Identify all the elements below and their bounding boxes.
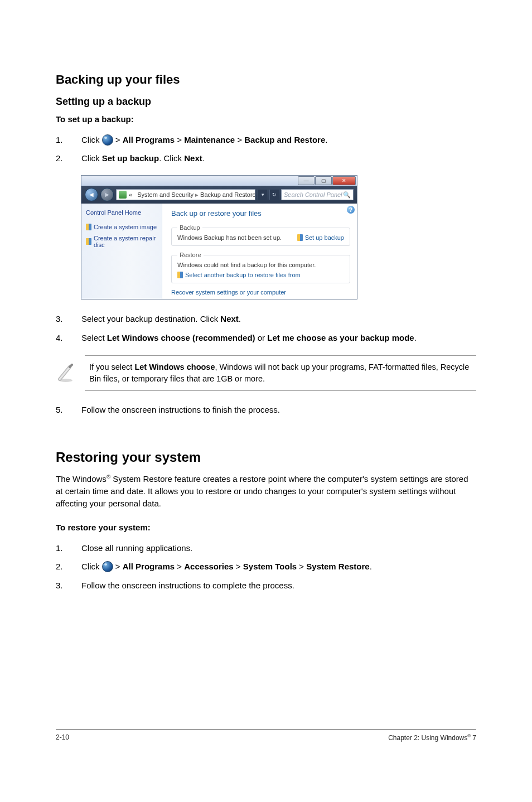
step-number: 4. [56,331,81,344]
control-panel-icon [119,191,127,199]
main-pane: ? Back up or restore your files Backup W… [162,204,357,299]
backup-restore-window: — ▢ ✕ ◄ ► « System and Security ▸ Backup… [81,176,357,299]
restore-legend: Restore [177,252,204,258]
chapter-label: Chapter 2: Using Windows® 7 [388,733,476,742]
close-button[interactable]: ✕ [332,176,356,185]
step-number: 1. [56,133,81,146]
restore-intro: The Windows® System Restore feature crea… [56,473,476,509]
backup-group: Backup Windows Backup has not been set u… [171,224,350,246]
backup-legend: Backup [177,224,202,231]
start-menu-icon [102,561,113,572]
step-number: 1. [56,542,81,554]
step-body: Close all running applications. [81,542,476,554]
backup-steps-list-cont2: 5. Follow the onscreen instructions to f… [56,403,476,416]
step-body: Click > All Programs > Maintenance > Bac… [81,133,476,146]
note-icon [56,355,76,391]
step-body: Select your backup destination. Click Ne… [81,312,476,325]
step-body: Follow the onscreen instructions to comp… [81,579,476,592]
shield-icon [177,272,183,278]
search-placeholder: Search Control Panel [284,191,342,198]
restore-status-text: Windows could not find a backup for this… [177,262,344,268]
heading-restoring: Restoring your system [56,450,476,465]
backup-steps-list: 1. Click > All Programs > Maintenance > … [56,133,476,165]
set-up-backup-link[interactable]: Set up backup [297,234,344,241]
note-text: If you select Let Windows choose, Window… [85,355,476,391]
shield-icon [297,234,303,241]
maximize-button[interactable]: ▢ [315,176,332,185]
restore-group: Restore Windows could not find a backup … [171,252,350,283]
breadcrumb-item[interactable]: Backup and Restore [200,191,255,198]
heading-backing-up: Backing up your files [56,73,476,87]
breadcrumb-item[interactable]: System and Security [137,191,194,198]
heading-setting-up: Setting up a backup [56,96,476,108]
breadcrumb-prefix: « [129,191,132,198]
shield-icon [86,238,91,245]
refresh-button[interactable]: ↻ [269,190,279,200]
nav-back-button[interactable]: ◄ [85,188,98,201]
address-bar[interactable]: « System and Security ▸ Backup and Resto… [116,189,255,200]
step-number: 2. [56,152,81,165]
search-input[interactable]: Search Control Panel 🔍 [281,189,354,200]
help-icon[interactable]: ? [347,206,355,214]
control-panel-home-link[interactable]: Control Panel Home [86,209,157,216]
window-titlebar: — ▢ ✕ [81,176,357,186]
select-another-backup-link[interactable]: Select another backup to restore files f… [177,272,344,278]
create-system-image-link[interactable]: Create a system image [86,224,157,230]
minimize-button[interactable]: — [298,176,315,185]
shield-icon [86,224,91,230]
navigation-bar: ◄ ► « System and Security ▸ Backup and R… [81,186,357,204]
side-panel: Control Panel Home Create a system image… [81,204,162,299]
step-body: Select Let Windows choose (recommended) … [81,331,476,344]
step-body: Follow the onscreen instructions to fini… [81,403,476,416]
heading-to-restore: To restore your system: [56,521,476,534]
page-footer: 2-10 Chapter 2: Using Windows® 7 [56,729,476,742]
create-repair-disc-link[interactable]: Create a system repair disc [86,235,157,248]
search-icon[interactable]: 🔍 [343,191,351,199]
step-number: 2. [56,560,81,573]
note-block: If you select Let Windows choose, Window… [56,355,476,391]
page-number: 2-10 [56,733,69,742]
restore-steps-list: 1. Close all running applications. 2. Cl… [56,542,476,592]
backup-status-text: Windows Backup has not been set up. [177,234,282,241]
nav-forward-button[interactable]: ► [100,188,114,201]
step-body: Click Set up backup. Click Next. [81,152,476,165]
backup-steps-list-cont: 3. Select your backup destination. Click… [56,312,476,344]
step-number: 3. [56,312,81,325]
recover-settings-link[interactable]: Recover system settings or your computer [171,289,350,296]
pane-title: Back up or restore your files [171,209,350,218]
step-number: 5. [56,403,81,416]
step-body: Click > All Programs > Accessories > Sys… [81,560,476,573]
address-dropdown[interactable]: ▾ [258,190,267,200]
heading-to-set-up: To set up a backup: [56,113,476,125]
step-number: 3. [56,579,81,592]
start-menu-icon [102,134,113,146]
